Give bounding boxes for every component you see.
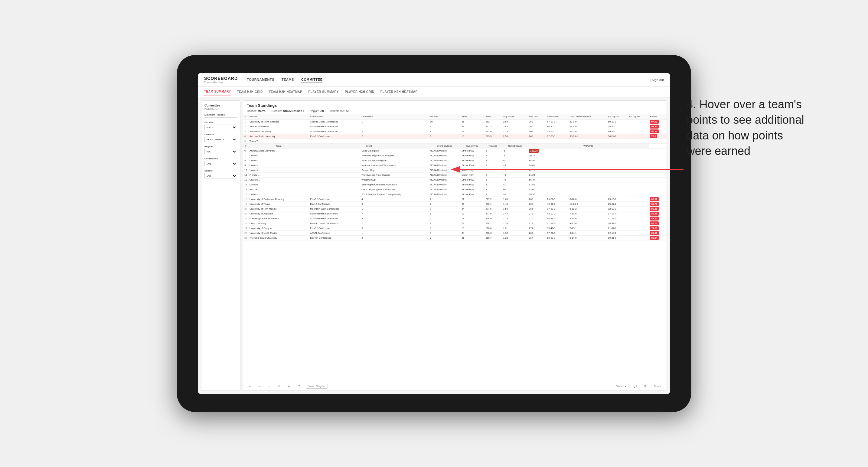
sub-nav-team-summary[interactable]: TEAM SUMMARY [204, 87, 231, 96]
gender-label: Gender [205, 121, 237, 124]
col-low-score: Low Score [546, 114, 568, 120]
table-row: 5 Texas T... [243, 139, 666, 144]
col-low-overall: Low Overall Record [568, 114, 607, 120]
sub-nav-team-h2h-heatmap[interactable]: TEAM H2H HEATMAP [269, 88, 303, 96]
layout-button[interactable]: ⊞ [642, 384, 648, 388]
col-conference: Conference [309, 114, 360, 120]
panel-subtitle: Portal Review [205, 108, 237, 111]
nav-teams[interactable]: TEAMS [282, 76, 294, 83]
sub-nav-player-h2h-heatmap[interactable]: PLAYER H2H HEATMAP [380, 88, 418, 96]
tablet-screen: SCOREBOARD Powered by clippi TOURNAMENTS… [198, 73, 670, 394]
points-badge[interactable]: 93.31 [650, 125, 658, 129]
col-conf-rank: Conf Rank [360, 114, 429, 120]
sign-out-button[interactable]: Sign out [650, 78, 664, 82]
table-row: 20 University of New Mexico Mountain Wes… [243, 207, 666, 211]
col-points: Points [649, 114, 666, 120]
conference-select[interactable]: (All) [205, 161, 237, 166]
conference-value: All [346, 110, 349, 113]
redo-button[interactable]: ↪ [256, 384, 262, 388]
points-badge[interactable]: 88.48 [650, 212, 658, 216]
table-row: 25 University of North Florida ASUN Conf… [243, 231, 666, 236]
update-time: Update time: 13/03/2024 10:03:42 [626, 100, 663, 101]
table-row: 22 Mississippi State University Southeas… [243, 216, 666, 221]
points-badge[interactable]: 83.89 [650, 231, 658, 235]
table-row: 3 Vanderbilt University Southeastern Con… [243, 129, 666, 134]
sub-nav-player-h2h-grid[interactable]: PLAYER H2H GRID [345, 88, 374, 96]
data-panel: Team Standings Update time: 13/03/2024 1… [243, 100, 667, 391]
table-header-row: # School Conference Conf Rank No Tour Bn… [243, 114, 666, 120]
col-vs-top50: Vs Top 50 [628, 114, 649, 120]
share-button[interactable]: Share [652, 384, 663, 388]
col-bnds: Bnds [460, 114, 484, 120]
expanded-row: 14 East Ter... OFCC Fighting Illini Invi… [243, 187, 666, 192]
watch-button[interactable]: Watch ▾ [615, 384, 628, 388]
clock-button[interactable]: ⏱ [296, 384, 302, 388]
table-row: 26 The Ohio State University Big Ten Con… [243, 236, 666, 241]
view-original-button[interactable]: View: Original [306, 384, 328, 389]
points-badge[interactable]: 86.49 [650, 207, 658, 211]
school-select[interactable]: (All) [205, 173, 237, 179]
gender-select[interactable]: Men's [205, 125, 237, 130]
copy-button[interactable]: ⊙ [276, 384, 282, 388]
main-content: Committee Portal Review Minimum Rounds G… [198, 97, 670, 394]
col-wins: Wins [484, 114, 502, 120]
data-title: Team Standings [247, 103, 277, 108]
filter-gender: Gender Men's [205, 121, 237, 130]
annotation-text: 4. Hover over a team's points to see add… [686, 97, 807, 159]
min-rounds-slider[interactable] [205, 117, 237, 118]
annotation-container: 4. Hover over a team's points to see add… [686, 97, 807, 159]
points-badge[interactable]: 83.41 [650, 217, 658, 220]
points-badge[interactable]: 97.02 [650, 120, 658, 124]
table-row: 2 Auburn University Southeastern Confere… [243, 124, 666, 129]
expanded-row: 6 Arizona State University Cabo Collegia… [243, 149, 666, 153]
points-badge[interactable]: 88.70 [650, 202, 658, 206]
sub-nav-team-h2h-grid[interactable]: TEAM H2H GRID [237, 88, 262, 96]
expanded-row: 15 Univers... 2023 Sahalee Players Champ… [243, 192, 666, 197]
table-row: 23 Duke University Atlantic Coast Confer… [243, 221, 666, 226]
filter-school: School (All) [205, 169, 237, 179]
col-no-tour: No Tour [429, 114, 461, 120]
table-row: 19 University of Texas Big 12 Conference… [243, 202, 666, 207]
points-badge-highlighted[interactable]: 79.5 [650, 134, 657, 138]
table-row-highlighted: 4 Arizona State University Pac-12 Confer… [243, 134, 666, 139]
filter-region: Region N/A [205, 145, 237, 154]
table-row: 1 University of North Carolina Atlantic … [243, 120, 666, 124]
comment-button[interactable]: 💬 [632, 384, 639, 388]
filter-region-display: Region: All [310, 110, 324, 113]
expanded-section-header: # Team Event Event Division Event Type R… [243, 144, 666, 149]
nav-committee[interactable]: COMMITTEE [301, 76, 323, 83]
points-badge[interactable]: 88.71 [650, 221, 658, 225]
points-badge[interactable]: 90.20 [650, 129, 658, 133]
col-avg-sg: Avg. SG [528, 114, 546, 120]
region-label: Region [205, 145, 237, 148]
region-select[interactable]: N/A [205, 149, 237, 154]
sub-nav: TEAM SUMMARY TEAM H2H GRID TEAM H2H HEAT… [198, 87, 670, 97]
paint-button[interactable]: 🖌 [286, 384, 292, 388]
logo-area: SCOREBOARD Powered by clippi [204, 76, 238, 84]
points-badge[interactable]: 74.55 [650, 226, 658, 230]
division-select[interactable]: NCAA Division I [205, 137, 237, 142]
forward-button[interactable]: → [266, 384, 273, 388]
data-header: Team Standings Update time: 13/03/2024 1… [243, 101, 666, 114]
nav-tournaments[interactable]: TOURNAMENTS [247, 76, 274, 83]
school-label: School [205, 169, 237, 172]
expanded-row: 13 Georgia Ben Hogan Collegiate Invitati… [243, 182, 666, 187]
panel-title: Committee [205, 104, 237, 107]
slider-container [205, 117, 237, 118]
table-row: 24 University of Oregon Pac-12 Conferenc… [243, 226, 666, 231]
filter-row: Gender: Men's Division: NCAA Division I … [247, 110, 663, 113]
filter-division: Division NCAA Division I [205, 133, 237, 142]
filter-min-rounds: Minimum Rounds [205, 114, 237, 118]
table-row: 18 University of California, Berkeley Pa… [243, 197, 666, 202]
points-badge[interactable]: 80.94 [650, 236, 658, 240]
sub-nav-player-summary[interactable]: PLAYER SUMMARY [308, 88, 339, 96]
gender-value: Men's [258, 110, 266, 113]
points-badge[interactable]: 83.07 [650, 197, 658, 201]
col-school: School [248, 114, 309, 120]
col-vs-top25: Vs Top 25 [607, 114, 628, 120]
conference-label: Conference [205, 157, 237, 160]
expanded-points: 119.63 [529, 149, 539, 153]
undo-button[interactable]: ↩ [247, 384, 253, 388]
filter-conference: Conference (All) [205, 157, 237, 166]
left-panel: Committee Portal Review Minimum Rounds G… [201, 100, 241, 391]
